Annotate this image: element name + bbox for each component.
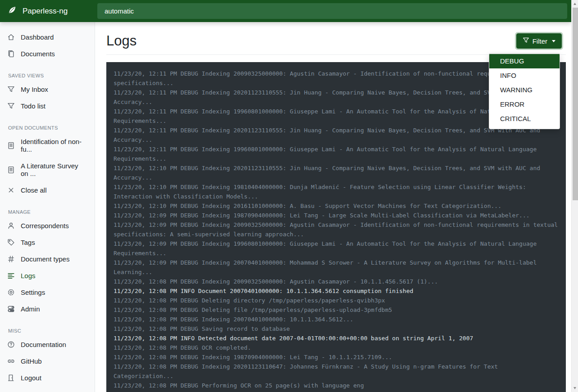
filter-dropdown-menu: DEBUGINFOWARNINGERRORCRITICAL bbox=[489, 53, 560, 129]
log-line: 11/23/20, 12:08 PM DEBUG Consuming /tmp/… bbox=[114, 390, 559, 392]
house-icon bbox=[7, 33, 15, 41]
sidebar-item-label: Correspondents bbox=[21, 222, 69, 230]
question-circle-icon bbox=[7, 341, 15, 348]
files-icon bbox=[7, 50, 15, 58]
tag-icon bbox=[7, 239, 15, 246]
sidebar-item-label: Logs bbox=[21, 272, 36, 279]
log-timestamp: 11/23/20, 12:08 PM bbox=[114, 306, 177, 313]
log-line: 11/23/20, 12:08 PM DEBUG Deleting file /… bbox=[114, 305, 559, 315]
log-line: 11/23/20, 12:09 PM DEBUG Indexing 200704… bbox=[114, 258, 559, 277]
log-line: 11/23/20, 12:10 PM DEBUG Indexing 198104… bbox=[114, 182, 559, 201]
filter-menu-item-warning[interactable]: WARNING bbox=[489, 83, 560, 97]
person-icon bbox=[7, 222, 15, 230]
sidebar-item-label: Tags bbox=[21, 239, 35, 246]
log-message: Indexing 19960801000000: Giuseppe Lami -… bbox=[114, 108, 540, 124]
log-level: DEBUG bbox=[181, 240, 198, 247]
log-timestamp: 11/23/20, 12:10 PM bbox=[114, 165, 177, 171]
sidebar-item-document-types[interactable]: Document types bbox=[0, 251, 95, 267]
log-message: Indexing 20070401000000: 10.1.1.364.5612… bbox=[202, 316, 354, 323]
sidebar-item-logs[interactable]: Logs bbox=[0, 267, 95, 284]
page-scrollbar[interactable] bbox=[571, 0, 578, 392]
log-line: 11/23/20, 12:10 PM DEBUG Indexing 201611… bbox=[114, 201, 559, 211]
app-header: Paperless-ng bbox=[0, 0, 571, 22]
scrollbar-down-arrow-icon[interactable] bbox=[573, 387, 576, 389]
log-level: DEBUG bbox=[181, 127, 198, 134]
sidebar-item-label: Document types bbox=[21, 255, 69, 263]
log-level: DEBUG bbox=[181, 70, 198, 77]
log-message: Indexing 20090325000000: Agustin Casamay… bbox=[202, 278, 438, 285]
log-level: DEBUG bbox=[181, 184, 198, 190]
log-message: Indexing 20201123110555: Jin Huang - Com… bbox=[114, 165, 544, 181]
sidebar-item-identification-of-non-fu[interactable]: Identification of non-fu... bbox=[0, 133, 95, 158]
filter-menu-item-error[interactable]: ERROR bbox=[489, 97, 560, 112]
log-line: 11/23/20, 12:08 PM INFO Detected documen… bbox=[114, 333, 559, 343]
log-message: Indexing 19870904000000: Lei Tang - Larg… bbox=[202, 212, 530, 219]
log-timestamp: 11/23/20, 12:10 PM bbox=[114, 184, 177, 190]
sidebar-item-label: Todo list bbox=[21, 102, 46, 110]
log-level: DEBUG bbox=[181, 165, 198, 171]
filter-button[interactable]: Filter bbox=[516, 33, 562, 49]
sidebar-nav: DashboardDocumentsSAVED VIEWSMy InboxTod… bbox=[0, 29, 95, 386]
log-line: 11/23/20, 12:08 PM DEBUG Performing OCR … bbox=[114, 381, 559, 390]
log-line: 11/23/20, 12:08 PM DEBUG Indexing 198709… bbox=[114, 352, 559, 362]
log-timestamp: 11/23/20, 12:09 PM bbox=[114, 212, 177, 219]
link-icon bbox=[7, 357, 15, 365]
app-brand[interactable]: Paperless-ng bbox=[0, 5, 95, 17]
log-timestamp: 11/23/20, 12:10 PM bbox=[114, 203, 177, 209]
sidebar-item-label: GitHub bbox=[21, 357, 42, 365]
log-level: DEBUG bbox=[181, 325, 198, 332]
funnel-icon bbox=[7, 102, 15, 110]
sidebar-item-label: Close all bbox=[21, 186, 47, 194]
sidebar-item-documents[interactable]: Documents bbox=[0, 45, 95, 62]
sidebar-section-heading-saved-views: SAVED VIEWS bbox=[0, 69, 95, 81]
log-message: Deleting directory /tmp/paperless/paperl… bbox=[202, 297, 385, 304]
log-message: Indexing 20070401000000: Mohammad S Soro… bbox=[114, 259, 540, 275]
toggles-icon bbox=[7, 305, 15, 313]
sidebar-item-logout[interactable]: Logout bbox=[0, 369, 95, 386]
log-level: DEBUG bbox=[181, 363, 198, 370]
x-icon bbox=[7, 186, 15, 194]
log-level: DEBUG bbox=[181, 382, 198, 389]
sidebar-item-label: Admin bbox=[21, 305, 40, 313]
scrollbar-up-arrow-icon[interactable] bbox=[573, 3, 576, 5]
log-level: DEBUG bbox=[181, 316, 198, 323]
scrollbar-thumb[interactable] bbox=[573, 8, 578, 200]
filter-menu-item-info[interactable]: INFO bbox=[489, 68, 560, 83]
log-timestamp: 11/23/20, 12:08 PM bbox=[114, 325, 177, 332]
filter-button-label: Filter bbox=[532, 37, 547, 45]
log-timestamp: 11/23/20, 12:09 PM bbox=[114, 240, 177, 247]
sidebar-item-dashboard[interactable]: Dashboard bbox=[0, 29, 95, 45]
sidebar-item-close-all[interactable]: Close all bbox=[0, 182, 95, 198]
log-message: Indexing 19960801000000: Giuseppe Lami -… bbox=[114, 240, 540, 257]
log-timestamp: 11/23/20, 12:08 PM bbox=[114, 335, 177, 342]
sidebar-item-label: Documentation bbox=[21, 341, 66, 348]
sidebar-item-settings[interactable]: Settings bbox=[0, 284, 95, 301]
log-level: DEBUG bbox=[181, 354, 198, 360]
search-input[interactable] bbox=[97, 3, 567, 19]
page-header: Logs Filter bbox=[106, 32, 566, 50]
sidebar-item-label: A Literature Survey on ... bbox=[21, 162, 87, 177]
sidebar-item-my-inbox[interactable]: My Inbox bbox=[0, 81, 95, 98]
log-line: 11/23/20, 12:08 PM DEBUG Indexing 200704… bbox=[114, 315, 559, 324]
sidebar-item-label: Settings bbox=[21, 288, 45, 296]
log-level: DEBUG bbox=[181, 259, 198, 266]
log-level: DEBUG bbox=[181, 108, 198, 115]
log-line: 11/23/20, 12:10 PM DEBUG Indexing 202011… bbox=[114, 163, 559, 182]
sidebar-item-admin[interactable]: Admin bbox=[0, 301, 95, 317]
log-timestamp: 11/23/20, 12:09 PM bbox=[114, 221, 177, 228]
door-icon bbox=[7, 374, 15, 382]
sidebar-item-tags[interactable]: Tags bbox=[0, 234, 95, 251]
log-message: Deleting file /tmp/paperless/paperless-u… bbox=[202, 306, 392, 313]
sidebar-item-correspondents[interactable]: Correspondents bbox=[0, 217, 95, 234]
log-timestamp: 11/23/20, 12:11 PM bbox=[114, 146, 177, 153]
log-line: 11/23/20, 12:09 PM DEBUG Indexing 198709… bbox=[114, 211, 559, 220]
sidebar-item-github[interactable]: GitHub bbox=[0, 353, 95, 369]
sidebar-item-a-literature-survey-on[interactable]: A Literature Survey on ... bbox=[0, 158, 95, 182]
log-line: 11/23/20, 12:09 PM DEBUG Indexing 200903… bbox=[114, 220, 559, 239]
filter-menu-item-critical[interactable]: CRITICAL bbox=[489, 112, 560, 126]
sidebar-item-todo-list[interactable]: Todo list bbox=[0, 98, 95, 114]
log-level: DEBUG bbox=[181, 297, 198, 304]
sidebar-item-documentation[interactable]: Documentation bbox=[0, 336, 95, 353]
filter-menu-item-debug[interactable]: DEBUG bbox=[489, 54, 560, 68]
list-icon bbox=[7, 272, 15, 279]
